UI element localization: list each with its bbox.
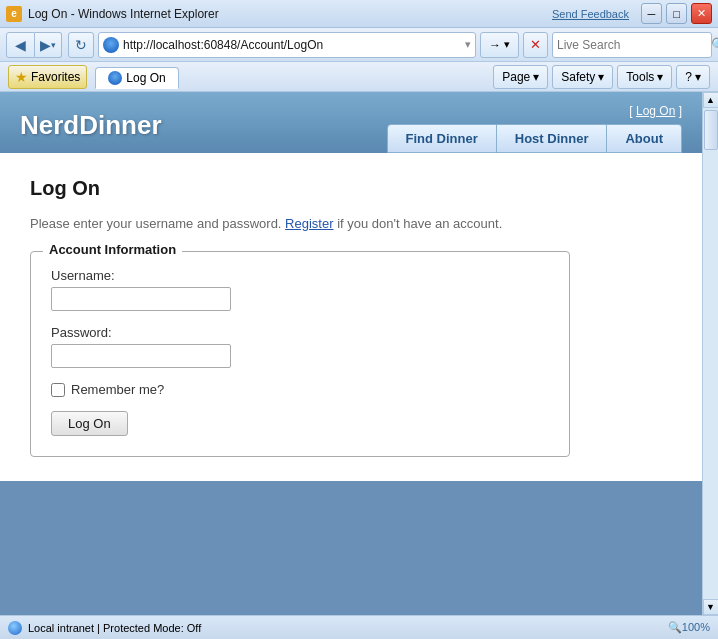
nd-logon-link[interactable]: Log On <box>636 104 675 118</box>
help-dropdown-icon: ▾ <box>695 70 701 84</box>
nd-logon-link-area: [ Log On ] <box>629 104 682 118</box>
remember-checkbox[interactable] <box>51 383 65 397</box>
main-wrap: NerdDinner [ Log On ] Find Dinner Host D… <box>0 92 718 615</box>
logon-description: Please enter your username and password.… <box>30 216 672 231</box>
ie-icon: e <box>6 6 22 22</box>
remember-label: Remember me? <box>71 382 164 397</box>
password-label: Password: <box>51 325 549 340</box>
send-feedback-link[interactable]: Send Feedback <box>552 8 629 20</box>
status-globe-icon <box>8 621 22 635</box>
logon-desc-text: Please enter your username and password. <box>30 216 281 231</box>
account-info-legend: Account Information <box>43 242 182 257</box>
search-icon-button[interactable]: 🔍 <box>711 37 718 52</box>
tab-bar: Log On <box>95 65 178 89</box>
minimize-button[interactable]: ─ <box>641 3 662 24</box>
nd-logo: NerdDinner <box>20 110 162 153</box>
register-link[interactable]: Register <box>285 216 333 231</box>
page-label: Page <box>502 70 530 84</box>
tools-dropdown-icon: ▾ <box>657 70 663 84</box>
close-button[interactable]: ✕ <box>691 3 712 24</box>
stop-button[interactable]: ✕ <box>523 32 548 58</box>
password-input[interactable] <box>51 344 231 368</box>
scroll-up-button[interactable]: ▲ <box>703 92 719 108</box>
scroll-thumb[interactable] <box>704 110 718 150</box>
safety-button[interactable]: Safety ▾ <box>552 65 613 89</box>
nd-header: NerdDinner [ Log On ] Find Dinner Host D… <box>0 92 702 153</box>
address-bar: ◀ ▶ ▾ ↻ ▾ → ▾ ✕ 🔍 <box>0 28 718 62</box>
forward-button[interactable]: ▶ ▾ <box>35 32 62 58</box>
bracket-close: ] <box>675 104 682 118</box>
nd-nav: Find Dinner Host Dinner About <box>387 124 682 153</box>
restore-button[interactable]: □ <box>666 3 687 24</box>
nd-top-right: [ Log On ] Find Dinner Host Dinner About <box>387 104 682 153</box>
address-input[interactable] <box>123 38 463 52</box>
username-label: Username: <box>51 268 549 283</box>
safety-dropdown-icon: ▾ <box>598 70 604 84</box>
status-right: 🔍100% <box>668 621 710 634</box>
username-input[interactable] <box>51 287 231 311</box>
toolbar: ★ Favorites Log On Page ▾ Safety ▾ Tools… <box>0 62 718 92</box>
active-tab[interactable]: Log On <box>95 67 178 89</box>
scroll-track <box>703 108 718 599</box>
go-arrow-icon: → <box>489 38 501 52</box>
live-search-input[interactable] <box>557 38 707 52</box>
star-icon: ★ <box>15 69 28 85</box>
bracket-open: [ <box>629 104 636 118</box>
go-dropdown-icon: ▾ <box>504 38 510 51</box>
account-info-box: Account Information Username: Password: … <box>30 251 570 457</box>
nav-find-dinner[interactable]: Find Dinner <box>387 124 497 153</box>
tab-label: Log On <box>126 71 165 85</box>
page-button[interactable]: Page ▾ <box>493 65 548 89</box>
title-bar: e Log On - Windows Internet Explorer Sen… <box>0 0 718 28</box>
nd-body: Log On Please enter your username and pa… <box>0 153 702 481</box>
safety-label: Safety <box>561 70 595 84</box>
after-register-text: if you don't have an account. <box>334 216 503 231</box>
favorites-button[interactable]: ★ Favorites <box>8 65 87 89</box>
help-button[interactable]: ? ▾ <box>676 65 710 89</box>
window-title: Log On - Windows Internet Explorer <box>28 7 219 21</box>
logon-submit-button[interactable]: Log On <box>51 411 128 436</box>
address-field-wrap: ▾ <box>98 32 476 58</box>
zoom-control[interactable]: 🔍100% <box>668 621 710 634</box>
tools-button[interactable]: Tools ▾ <box>617 65 672 89</box>
live-search-wrap: 🔍 <box>552 32 712 58</box>
favorites-label: Favorites <box>31 70 80 84</box>
password-row: Password: <box>51 325 549 368</box>
tools-label: Tools <box>626 70 654 84</box>
page-dropdown-icon: ▾ <box>533 70 539 84</box>
ie-logo-small <box>103 37 119 53</box>
nav-about[interactable]: About <box>607 124 682 153</box>
page-content: NerdDinner [ Log On ] Find Dinner Host D… <box>0 92 702 615</box>
logon-title: Log On <box>30 177 672 200</box>
remember-row: Remember me? <box>51 382 549 397</box>
status-text: Local intranet | Protected Mode: Off <box>28 622 201 634</box>
tab-ie-icon <box>108 71 122 85</box>
back-button[interactable]: ◀ <box>6 32 35 58</box>
scroll-down-button[interactable]: ▼ <box>703 599 719 615</box>
status-left: Local intranet | Protected Mode: Off <box>8 621 201 635</box>
username-row: Username: <box>51 268 549 311</box>
address-dropdown[interactable]: ▾ <box>465 38 471 51</box>
status-bar: Local intranet | Protected Mode: Off 🔍10… <box>0 615 718 639</box>
help-label: ? <box>685 70 692 84</box>
scrollbar-right: ▲ ▼ <box>702 92 718 615</box>
refresh-button[interactable]: ↻ <box>68 32 94 58</box>
nav-host-dinner[interactable]: Host Dinner <box>497 124 608 153</box>
toolbar-right: Page ▾ Safety ▾ Tools ▾ ? ▾ <box>493 65 710 89</box>
go-button[interactable]: → ▾ <box>480 32 519 58</box>
